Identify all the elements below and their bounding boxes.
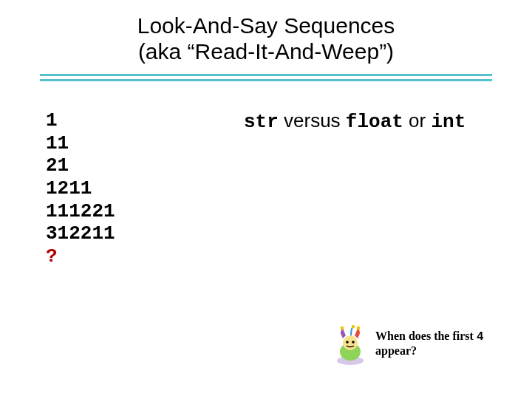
title-underline: [40, 74, 492, 81]
question-caption: When does the first 4 appear?: [375, 330, 494, 358]
svg-point-4: [352, 341, 355, 344]
caption-digit: 4: [477, 330, 484, 344]
svg-point-2: [343, 335, 358, 350]
caption-part2: appear?: [375, 344, 417, 357]
code-int: int: [431, 111, 466, 133]
caption-part1: When does the first: [375, 330, 477, 342]
look-and-say-sequence: 1 11 21 1211 111221 312211 ?: [46, 109, 115, 268]
type-comparison: str versus float or int: [244, 109, 466, 133]
jester-icon: [331, 325, 369, 366]
sequence-question: ?: [46, 245, 115, 268]
code-str: str: [244, 111, 279, 133]
sequence-term: 21: [46, 154, 115, 177]
title-line-2: (aka “Read-It-And-Weep”): [0, 39, 532, 65]
slide-title: Look-And-Say Sequences (aka “Read-It-And…: [0, 13, 532, 64]
sequence-term: 11: [46, 132, 115, 155]
svg-point-7: [352, 325, 355, 328]
svg-point-3: [346, 341, 349, 344]
rule-line: [40, 79, 492, 81]
code-float: float: [346, 111, 403, 133]
rule-line: [40, 74, 492, 76]
sequence-term: 111221: [46, 200, 115, 223]
title-line-1: Look-And-Say Sequences: [0, 13, 532, 39]
sequence-term: 1211: [46, 177, 115, 200]
sequence-term: 312211: [46, 222, 115, 245]
svg-point-6: [357, 327, 361, 330]
sequence-term: 1: [46, 109, 115, 132]
slide: Look-And-Say Sequences (aka “Read-It-And…: [0, 0, 532, 399]
text-or: or: [403, 109, 432, 132]
text-versus: versus: [279, 109, 346, 132]
svg-point-5: [341, 327, 344, 330]
